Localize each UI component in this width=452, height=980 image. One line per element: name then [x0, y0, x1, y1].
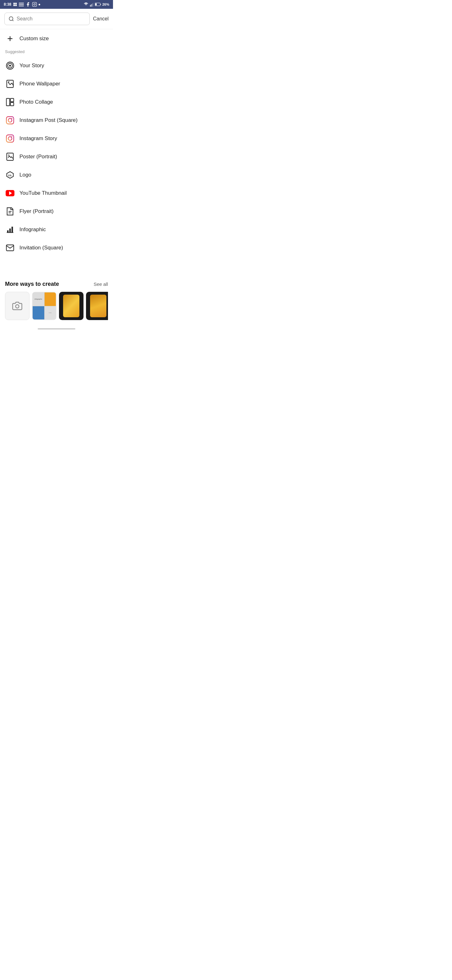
list-item-instagram-story[interactable]: Instagram Story — [0, 129, 113, 148]
svg-point-35 — [8, 154, 10, 156]
svg-rect-12 — [92, 4, 93, 6]
search-bar-container: Cancel — [0, 9, 113, 29]
svg-point-9 — [35, 3, 36, 3]
svg-rect-0 — [14, 3, 15, 5]
more-ways-header: More ways to create See all — [5, 281, 108, 287]
see-all-button[interactable]: See all — [94, 282, 108, 287]
search-input-wrapper[interactable] — [5, 13, 90, 25]
svg-rect-2 — [15, 3, 17, 5]
youtube-thumbnail-icon — [5, 188, 15, 198]
svg-rect-26 — [10, 98, 14, 102]
status-bar: 8:38 26% — [0, 0, 113, 9]
poster-portrait-icon — [5, 152, 15, 162]
invitation-square-label: Invitation (Square) — [19, 245, 63, 251]
list-item-logo[interactable]: co. Logo — [0, 166, 113, 184]
svg-point-32 — [8, 137, 12, 140]
status-left: 8:38 — [4, 2, 40, 7]
camera-thumb-icon — [12, 301, 22, 311]
notification-icon — [13, 2, 17, 6]
svg-text:co.: co. — [8, 174, 12, 177]
svg-rect-28 — [6, 116, 14, 124]
search-icon — [8, 16, 14, 22]
list-item-poster-portrait[interactable]: Poster (Portrait) — [0, 148, 113, 166]
infographic-label: Infographic — [19, 226, 46, 233]
logo-label: Logo — [19, 172, 32, 178]
your-story-icon — [5, 60, 15, 71]
thumb-orange-1[interactable] — [59, 292, 84, 320]
list-item-youtube-thumbnail[interactable]: YouTube Thumbnail — [0, 184, 113, 202]
svg-rect-25 — [6, 98, 10, 105]
poster-portrait-label: Poster (Portrait) — [19, 154, 57, 160]
instagram-post-label: Instagram Post (Square) — [19, 117, 78, 123]
battery-text: 26% — [102, 3, 109, 6]
svg-rect-15 — [95, 3, 97, 6]
list-item-invitation-square[interactable]: Invitation (Square) — [0, 239, 113, 257]
svg-rect-1 — [14, 5, 15, 6]
svg-rect-4 — [19, 3, 24, 3]
svg-rect-27 — [10, 102, 14, 106]
phone-wallpaper-label: Phone Wallpaper — [19, 81, 60, 87]
infographic-icon — [5, 224, 15, 235]
more-ways-section: More ways to create See all infographic … — [0, 276, 113, 325]
more-ways-title: More ways to create — [5, 281, 59, 287]
flyer-portrait-label: Flyer (Portrait) — [19, 208, 54, 215]
svg-point-30 — [11, 118, 12, 119]
instagram-post-icon — [5, 115, 15, 125]
custom-size-row[interactable]: Custom size — [0, 29, 113, 48]
phone-wallpaper-icon — [5, 79, 15, 89]
svg-rect-13 — [93, 3, 93, 6]
signal-icon — [90, 2, 94, 6]
svg-point-24 — [8, 81, 10, 83]
svg-point-22 — [9, 65, 11, 67]
list-item-instagram-post[interactable]: Instagram Post (Square) — [0, 111, 113, 129]
battery-icon — [95, 3, 101, 6]
menu-icon — [19, 2, 24, 6]
logo-icon: co. — [5, 170, 15, 180]
svg-rect-5 — [19, 4, 24, 5]
svg-rect-42 — [10, 229, 11, 233]
dot-indicator — [39, 4, 40, 5]
instagram-story-label: Instagram Story — [19, 135, 57, 142]
svg-point-45 — [16, 305, 19, 308]
youtube-thumbnail-label: YouTube Thumbnail — [19, 190, 67, 196]
svg-rect-41 — [7, 230, 9, 232]
plus-icon — [5, 33, 15, 44]
thumb-infographic[interactable]: infographic more — [32, 292, 57, 320]
photo-collage-label: Photo Collage — [19, 99, 53, 105]
wifi-icon — [84, 3, 89, 6]
list-item-phone-wallpaper[interactable]: Phone Wallpaper — [0, 75, 113, 93]
cancel-button[interactable]: Cancel — [93, 16, 109, 22]
thumbnails-row: infographic more — [5, 292, 108, 320]
svg-rect-7 — [32, 2, 36, 6]
custom-size-label: Custom size — [19, 35, 49, 42]
svg-rect-6 — [19, 6, 24, 6]
svg-rect-3 — [15, 5, 17, 6]
photo-collage-icon — [5, 97, 15, 107]
svg-point-16 — [9, 17, 13, 21]
instagram-story-icon — [5, 134, 15, 143]
search-input[interactable] — [17, 16, 86, 22]
svg-point-33 — [11, 136, 12, 137]
svg-point-29 — [8, 118, 12, 122]
svg-rect-10 — [90, 5, 91, 6]
instagram-status-icon — [32, 2, 37, 7]
svg-point-8 — [33, 3, 35, 5]
list-item-photo-collage[interactable]: Photo Collage — [0, 93, 113, 111]
list-item-flyer-portrait[interactable]: Flyer (Portrait) — [0, 202, 113, 221]
list-item-infographic[interactable]: Infographic — [0, 221, 113, 239]
suggested-section-header: Suggested — [0, 48, 113, 57]
svg-line-17 — [12, 20, 13, 21]
your-story-label: Your Story — [19, 62, 44, 69]
invitation-square-icon — [5, 243, 15, 253]
facebook-icon — [25, 2, 30, 7]
svg-rect-31 — [6, 135, 14, 142]
thumb-camera[interactable] — [5, 292, 30, 320]
status-right: 26% — [84, 2, 109, 6]
bottom-pill — [38, 328, 75, 329]
thumb-orange-2[interactable] — [86, 292, 108, 320]
list-item-your-story[interactable]: Your Story — [0, 57, 113, 75]
svg-rect-43 — [12, 227, 13, 233]
status-time: 8:38 — [4, 2, 11, 6]
svg-rect-11 — [91, 5, 92, 6]
flyer-portrait-icon — [5, 206, 15, 216]
